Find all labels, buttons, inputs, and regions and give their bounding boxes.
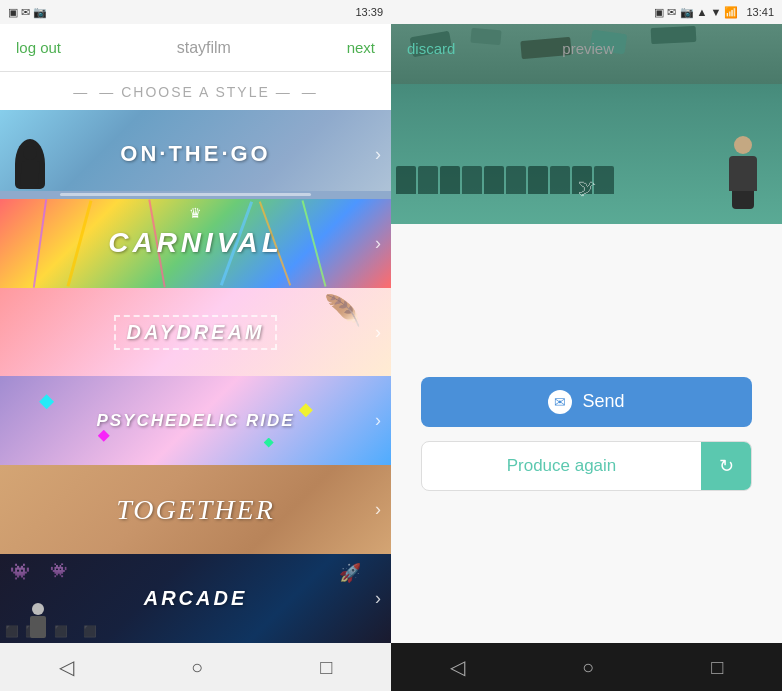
right-bottom-nav: ◁ ○ □ <box>391 643 782 691</box>
choose-style-text: — CHOOSE A STYLE — <box>99 84 291 100</box>
left-status-bar: ▣ ✉ 📷 13:39 <box>0 0 391 24</box>
action-area: ✉ Send Produce again ↻ <box>391 224 782 643</box>
produce-again-button[interactable]: Produce again <box>422 442 701 490</box>
style-item-together[interactable]: Together › <box>0 465 391 554</box>
choose-style-header: — — CHOOSE A STYLE — — <box>0 72 391 110</box>
feather-icon: 🪶 <box>324 293 361 328</box>
preview-title: preview <box>562 40 614 57</box>
recent-button-right[interactable]: □ <box>691 648 743 687</box>
refresh-icon: ↻ <box>719 455 734 477</box>
chevron-daydream: › <box>375 322 381 343</box>
left-nav-title: stayfilm <box>177 39 231 57</box>
chevron-carnival: › <box>375 233 381 254</box>
header-dash-left: — <box>73 84 89 100</box>
person-figure <box>729 136 757 209</box>
chevron-arcade: › <box>375 588 381 609</box>
right-nav-bar: discard preview spacer <box>391 24 782 72</box>
send-button-label: Send <box>582 391 624 412</box>
style-label-psychedelic: PSYCHEDELIC RIDE <box>96 411 294 431</box>
left-nav-bar: log out stayfilm next <box>0 24 391 72</box>
chevron-on-the-go: › <box>375 144 381 165</box>
back-button-right[interactable]: ◁ <box>430 647 485 687</box>
chevron-together: › <box>375 499 381 520</box>
right-status-icons: ▣ ✉ 📷 ▲ ▼ 📶 <box>654 6 738 19</box>
produce-again-row: Produce again ↻ <box>421 441 752 491</box>
style-item-daydream[interactable]: 🪶 DAYDREAM › <box>0 288 391 377</box>
style-label-daydream: DAYDREAM <box>114 315 276 350</box>
right-time: 13:41 <box>746 6 774 18</box>
left-bottom-nav: ◁ ○ □ <box>0 643 391 691</box>
style-label-together: Together <box>116 494 275 526</box>
style-label-carnival: CARNIVAL <box>108 227 283 259</box>
home-button-right[interactable]: ○ <box>562 648 614 687</box>
video-preview-container: 🕊 discard preview spacer <box>391 24 782 224</box>
nav-spacer: spacer <box>721 40 766 57</box>
left-time: 13:39 <box>355 6 383 18</box>
style-label-arcade: ARCADE <box>144 587 248 610</box>
discard-button[interactable]: discard <box>407 40 455 57</box>
style-item-on-the-go[interactable]: ON·THE·GO › <box>0 110 391 199</box>
chevron-psychedelic: › <box>375 410 381 431</box>
send-button[interactable]: ✉ Send <box>421 377 752 427</box>
bird-figure: 🕊 <box>578 178 596 199</box>
header-dash-right: — <box>302 84 318 100</box>
back-button-left[interactable]: ◁ <box>39 647 94 687</box>
next-button[interactable]: next <box>347 39 375 56</box>
style-item-psychedelic[interactable]: PSYCHEDELIC RIDE › <box>0 376 391 465</box>
style-item-arcade[interactable]: 👾 👾 🚀 ⬛⬛ ⬛ ⬛ ARCADE › <box>0 554 391 643</box>
refresh-button[interactable]: ↻ <box>701 442 751 490</box>
messenger-icon-shape: ✉ <box>554 394 566 410</box>
crown-icon: ♛ <box>189 205 202 221</box>
right-phone-panel: ▣ ✉ 📷 ▲ ▼ 📶 13:41 <box>391 0 782 691</box>
left-phone-panel: ▣ ✉ 📷 13:39 log out stayfilm next — — CH… <box>0 0 391 691</box>
messenger-icon: ✉ <box>548 390 572 414</box>
style-label-on-the-go: ON·THE·GO <box>120 141 270 167</box>
style-list: ON·THE·GO › ♛ CARNIVAL › 🪶 DAYDREAM <box>0 110 391 643</box>
recent-button-left[interactable]: □ <box>300 648 352 687</box>
style-item-carnival[interactable]: ♛ CARNIVAL › <box>0 199 391 288</box>
logout-button[interactable]: log out <box>16 39 61 56</box>
home-button-left[interactable]: ○ <box>171 648 223 687</box>
left-status-icons: ▣ ✉ 📷 <box>8 6 47 19</box>
right-status-bar: ▣ ✉ 📷 ▲ ▼ 📶 13:41 <box>391 0 782 24</box>
